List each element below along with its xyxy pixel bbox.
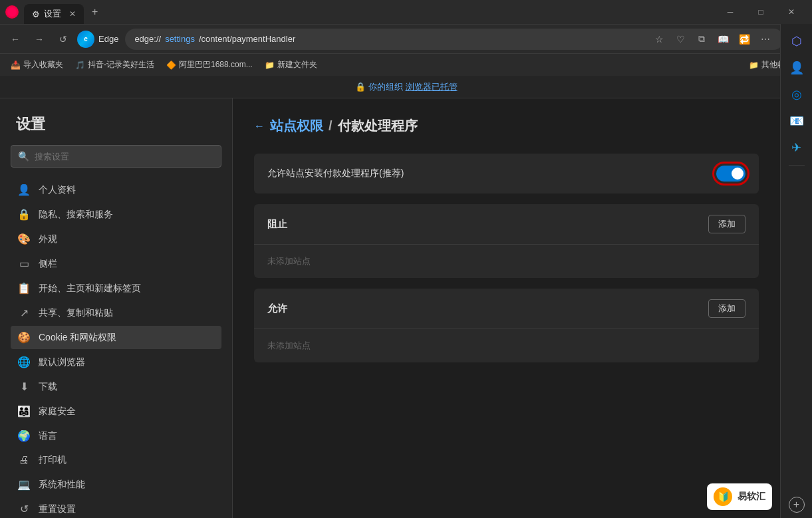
- breadcrumb-back-button[interactable]: ←: [254, 120, 265, 132]
- more-button[interactable]: ⋯: [756, 30, 775, 49]
- sidebar-item-privacy[interactable]: 🔒 隐私、搜索和服务: [11, 203, 221, 226]
- sidebar-item-label: 重置设置: [39, 503, 76, 515]
- sidebar-item-profile[interactable]: 👤 个人资料: [11, 178, 221, 201]
- default-browser-icon: 🌐: [17, 356, 31, 368]
- alibaba-icon: 🔶: [166, 61, 176, 70]
- url-domain: settings: [165, 34, 195, 44]
- sidebar-item-label: 共享、复制和粘贴: [39, 307, 113, 319]
- content-area: ← 站点权限 / 付款处理程序 允许站点安装付款处理程序(推荐) 阻止 添加 未…: [233, 98, 780, 518]
- active-tab[interactable]: ⚙ 设置 ✕: [24, 4, 84, 24]
- window-controls: ─ □ ✕: [715, 0, 807, 24]
- bookmark-alibaba[interactable]: 🔶 阿里巴巴1688.com...: [161, 58, 258, 72]
- outlook-icon[interactable]: 📧: [785, 109, 809, 133]
- tab-close-button[interactable]: ✕: [69, 9, 76, 19]
- sidebar-item-printer[interactable]: 🖨 打印机: [11, 449, 221, 471]
- refresh-button[interactable]: ↺: [53, 29, 73, 49]
- bookmark-tiktok[interactable]: 🎵 抖音-记录美好生活: [70, 58, 160, 72]
- allow-section: 允许 添加 未添加站点: [254, 289, 759, 362]
- edge-label: Edge: [98, 34, 118, 44]
- system-icon: 💻: [17, 478, 31, 491]
- copilot-panel-icon[interactable]: ⬡: [785, 29, 809, 53]
- sidebar-item-label: 系统和性能: [39, 479, 85, 491]
- sidebar-item-reset[interactable]: ↺ 重置设置: [11, 497, 221, 518]
- url-right-icons: ☆ ♡ ⧉ 📖 🔁 ⋯: [650, 30, 775, 49]
- downloads-icon: ⬇: [17, 380, 31, 393]
- allow-empty-text: 未添加站点: [254, 329, 759, 362]
- others-folder-icon: 📁: [749, 61, 759, 70]
- microsoft-edge-icon[interactable]: ◎: [785, 82, 809, 106]
- search-icon: 🔍: [18, 151, 29, 162]
- allow-section-title: 允许: [267, 303, 287, 315]
- browser-favorites-icon[interactable]: ♡: [671, 30, 690, 49]
- back-button[interactable]: ←: [5, 29, 25, 49]
- profile-icon: 👤: [17, 184, 31, 196]
- managed-text: 你的组织: [368, 81, 403, 93]
- telegram-icon[interactable]: ✈: [785, 136, 809, 160]
- url-prefix: edge://: [134, 34, 161, 44]
- sidebar-item-start[interactable]: 📋 开始、主页和新建标签页: [11, 277, 221, 300]
- sidebar: 设置 🔍 👤 个人资料 🔒 隐私、搜索和服务 🎨 外观 ▭ 侧栏 📋 开始、主页…: [0, 98, 233, 518]
- managed-link[interactable]: 浏览器已托管: [406, 81, 458, 93]
- bookmark-label: 阿里巴巴1688.com...: [179, 59, 253, 70]
- right-panel: ⬡ 👤 ◎ 📧 ✈ +: [780, 24, 812, 518]
- share-icon: ↗: [17, 307, 31, 319]
- bookmark-new-folder[interactable]: 📁 新建文件夹: [259, 58, 323, 72]
- block-section-header: 阻止 添加: [254, 204, 759, 245]
- sidebar-item-cookies[interactable]: 🍪 Cookie 和网站权限: [11, 326, 221, 349]
- sidebar-item-system[interactable]: 💻 系统和性能: [11, 473, 221, 496]
- sidebar-item-downloads[interactable]: ⬇ 下载: [11, 375, 221, 398]
- payment-handler-toggle-wrap: [716, 166, 745, 182]
- sidebar-item-label: 开始、主页和新建标签页: [39, 283, 141, 295]
- url-bar[interactable]: edge://settings/content/paymentHandler ☆…: [125, 29, 784, 50]
- search-input[interactable]: [35, 152, 214, 162]
- sidebar-item-default-browser[interactable]: 🌐 默认浏览器: [11, 350, 221, 374]
- sidebar-item-label: 个人资料: [39, 184, 76, 196]
- sidebar-icon: ▭: [17, 257, 31, 270]
- cookies-icon: 🍪: [17, 331, 31, 344]
- search-box[interactable]: 🔍: [11, 145, 221, 168]
- sidebar-item-label: 默认浏览器: [39, 356, 85, 368]
- main-layout: 设置 🔍 👤 个人资料 🔒 隐私、搜索和服务 🎨 外观 ▭ 侧栏 📋 开始、主页…: [0, 98, 812, 518]
- printer-icon: 🖨: [17, 454, 31, 466]
- sidebar-item-label: 语言: [39, 430, 57, 442]
- sidebar-item-sidebar[interactable]: ▭ 侧栏: [11, 252, 221, 275]
- privacy-icon: 🔒: [17, 208, 31, 221]
- new-tab-button[interactable]: +: [89, 3, 100, 21]
- sidebar-item-label: 隐私、搜索和服务: [39, 209, 113, 221]
- add-panel-button[interactable]: +: [789, 497, 805, 513]
- addressbar: ← → ↺ e Edge edge://settings/content/pay…: [0, 24, 812, 53]
- sidebar-item-share[interactable]: ↗ 共享、复制和粘贴: [11, 301, 221, 324]
- block-section: 阻止 添加 未添加站点: [254, 204, 759, 278]
- minimize-button[interactable]: ─: [715, 0, 745, 24]
- language-icon: 🌍: [17, 430, 31, 442]
- browser-action-icon[interactable]: 🔁: [735, 30, 753, 49]
- sidebar-item-appearance[interactable]: 🎨 外观: [11, 227, 221, 251]
- watermark-icon: 🔰: [714, 487, 732, 506]
- sidebar-item-label: 侧栏: [39, 258, 57, 270]
- star-icon[interactable]: ☆: [650, 30, 668, 49]
- folder-icon: 📁: [265, 61, 275, 70]
- reading-mode-icon[interactable]: 📖: [714, 30, 732, 49]
- import-icon: 📥: [11, 61, 21, 70]
- sidebar-title: 设置: [11, 114, 221, 134]
- sidebar-item-family[interactable]: 👨‍👩‍👧 家庭安全: [11, 400, 221, 423]
- sidebar-item-label: 家庭安全: [39, 406, 76, 418]
- close-button[interactable]: ✕: [776, 0, 807, 24]
- edge-logo: e: [77, 31, 94, 48]
- bookmark-import[interactable]: 📥 导入收藏夹: [5, 58, 68, 72]
- forward-button[interactable]: →: [29, 29, 49, 49]
- block-empty-text: 未添加站点: [254, 245, 759, 278]
- sidebar-item-language[interactable]: 🌍 语言: [11, 424, 221, 448]
- tab-label: 设置: [44, 8, 61, 20]
- watermark: 🔰 易软汇: [707, 483, 772, 510]
- split-view-icon[interactable]: ⧉: [692, 30, 711, 49]
- maximize-button[interactable]: □: [745, 0, 776, 24]
- block-add-button[interactable]: 添加: [708, 215, 745, 233]
- payment-handler-toggle-row: 允许站点安装付款处理程序(推荐): [254, 154, 759, 194]
- profile-panel-icon[interactable]: 👤: [785, 56, 809, 80]
- bookmarks-bar: 📥 导入收藏夹 🎵 抖音-记录美好生活 🔶 阿里巴巴1688.com... 📁 …: [0, 53, 812, 76]
- allow-add-button[interactable]: 添加: [708, 299, 745, 318]
- sidebar-item-label: 下载: [39, 381, 57, 393]
- breadcrumb-parent-link[interactable]: 站点权限: [270, 117, 323, 135]
- payment-handler-toggle[interactable]: [716, 166, 745, 182]
